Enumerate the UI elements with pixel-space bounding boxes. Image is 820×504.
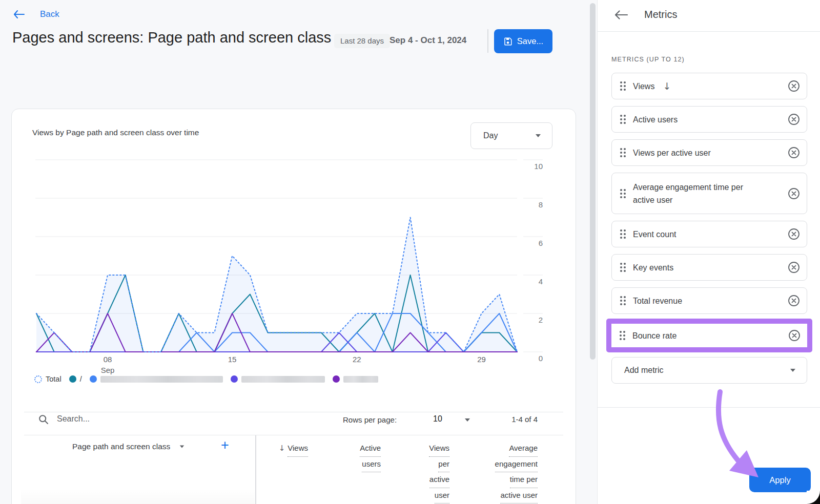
drag-handle-icon[interactable] [620, 296, 626, 305]
metric-label: Total revenue [633, 295, 682, 307]
panel-title: Metrics [644, 9, 677, 20]
column-header-word: time per [510, 472, 538, 488]
dimension-header-dropdown[interactable]: Page path and screen class [72, 442, 184, 451]
legend-item-series-1: / [69, 375, 82, 383]
drag-handle-icon[interactable] [620, 115, 626, 124]
metric-card-average-engagement-time-per-active-user[interactable]: Average engagement time per active user [611, 173, 807, 214]
y-axis-tick-label: 0 [520, 354, 543, 363]
series-dot-swatch [231, 375, 238, 383]
y-axis-tick-label: 6 [520, 239, 543, 247]
column-header-views-per-active-user[interactable]: Viewsperactiveuser [429, 441, 449, 503]
column-header-word: per [438, 457, 449, 473]
rows-per-page-select[interactable]: 10 [433, 414, 442, 424]
y-axis-tick-label: 4 [520, 277, 543, 286]
granularity-value: Day [483, 131, 498, 140]
metrics-section-label: METRICS (UP TO 12) [611, 56, 685, 63]
metric-label: Average engagement time per active user [633, 181, 764, 206]
metric-card-key-events[interactable]: Key events [611, 254, 807, 281]
metric-card-active-users[interactable]: Active users [611, 106, 807, 133]
panel-back-arrow-icon[interactable] [614, 10, 628, 19]
column-header-word: Active [360, 441, 381, 457]
metric-label: Views [633, 80, 654, 93]
remove-metric-icon[interactable] [787, 187, 801, 200]
remove-metric-icon[interactable] [787, 79, 801, 93]
rows-per-page-label: Rows per page: [343, 415, 397, 424]
drag-handle-icon[interactable] [620, 189, 626, 198]
drag-handle-icon[interactable] [620, 331, 625, 340]
x-axis-tick-label: 22 [353, 354, 361, 365]
highlight-box: Bounce rate [606, 319, 812, 352]
remove-metric-icon[interactable] [787, 294, 801, 307]
column-header-word: Views [288, 441, 308, 457]
date-range[interactable]: Sep 4 - Oct 1, 2024 [389, 35, 466, 46]
column-header-word: user [435, 488, 449, 504]
metric-label: Views per active user [633, 146, 711, 159]
y-axis-tick-label: 2 [520, 316, 543, 324]
chart-title: Views by Page path and screen class over… [32, 128, 199, 137]
metric-card-total-revenue[interactable]: Total revenue [611, 287, 807, 314]
screen-corner-artifact [807, 491, 820, 504]
total-area-fill [36, 218, 517, 352]
back-link[interactable]: Back [13, 9, 59, 19]
metric-card-views[interactable]: Views↓ [611, 73, 807, 99]
granularity-select[interactable]: Day [470, 122, 552, 149]
series-dot-swatch [333, 375, 340, 383]
sort-descending-icon: ↓ [663, 80, 671, 92]
drag-handle-icon[interactable] [620, 263, 626, 272]
search-input[interactable]: Search... [57, 414, 90, 424]
save-button[interactable]: Save... [494, 29, 552, 53]
x-axis-tick-label: 29 [477, 354, 486, 365]
metric-card-bounce-rate[interactable]: Bounce rate [611, 324, 807, 347]
column-header-average-engagement-time-per-active-user[interactable]: Averageengagementtime peractive user [495, 441, 538, 503]
add-metric-dropdown[interactable]: Add metric [611, 357, 807, 384]
header-divider [487, 29, 488, 53]
metric-label: Active users [633, 113, 678, 126]
metric-label: Bounce rate [632, 329, 676, 342]
remove-metric-icon[interactable] [787, 113, 801, 126]
divider [598, 31, 820, 32]
add-metric-label: Add metric [624, 366, 663, 375]
chart-card: Views by Page path and screen class over… [11, 109, 576, 504]
chart-svg [35, 154, 553, 355]
metric-card-views-per-active-user[interactable]: Views per active user [611, 139, 807, 166]
apply-label: Apply [769, 475, 790, 485]
column-header-word: active [429, 472, 449, 488]
metrics-panel: Metrics METRICS (UP TO 12) Views↓Active … [597, 0, 820, 504]
drag-handle-icon[interactable] [620, 148, 626, 157]
drag-handle-icon[interactable] [620, 229, 626, 239]
remove-metric-icon[interactable] [787, 261, 801, 274]
legend-item-series-2 [90, 375, 223, 383]
x-axis-tick-label: 15 [228, 354, 237, 365]
save-icon [503, 37, 512, 46]
back-arrow-icon [13, 10, 25, 18]
chevron-down-icon[interactable] [465, 418, 470, 422]
drag-handle-icon[interactable] [620, 81, 626, 91]
column-header-word: active user [500, 488, 538, 504]
search-icon[interactable] [38, 414, 49, 425]
redacted-legend-label [343, 376, 378, 383]
y-axis-tick-label: 10 [520, 162, 543, 171]
series-dot-swatch [90, 375, 97, 383]
divider [598, 407, 820, 408]
remove-metric-icon[interactable] [787, 227, 801, 241]
scrollbar-thumb[interactable] [590, 3, 596, 360]
metrics-list: Views↓Active usersViews per active userA… [611, 73, 807, 384]
sort-descending-icon: ↓ [279, 444, 285, 453]
pagination-status: 1-4 of 4 [494, 415, 538, 424]
column-header-word: Views [429, 441, 449, 457]
divider [24, 435, 563, 435]
add-dimension-button[interactable]: + [221, 437, 229, 453]
back-label: Back [40, 9, 59, 19]
redacted-legend-label [100, 376, 223, 383]
series-dot-swatch [69, 375, 76, 383]
metric-card-event-count[interactable]: Event count [611, 221, 807, 247]
apply-button[interactable]: Apply [749, 468, 811, 492]
legend-label: / [80, 375, 82, 383]
total-dashed-ring-swatch [34, 375, 42, 383]
column-header-active-users[interactable]: Activeusers [360, 441, 381, 472]
remove-metric-icon[interactable] [788, 329, 801, 342]
chevron-down-icon [536, 134, 541, 137]
redacted-legend-label [241, 376, 325, 383]
remove-metric-icon[interactable] [787, 146, 801, 159]
column-header-views[interactable]: ↓Views [279, 441, 308, 457]
